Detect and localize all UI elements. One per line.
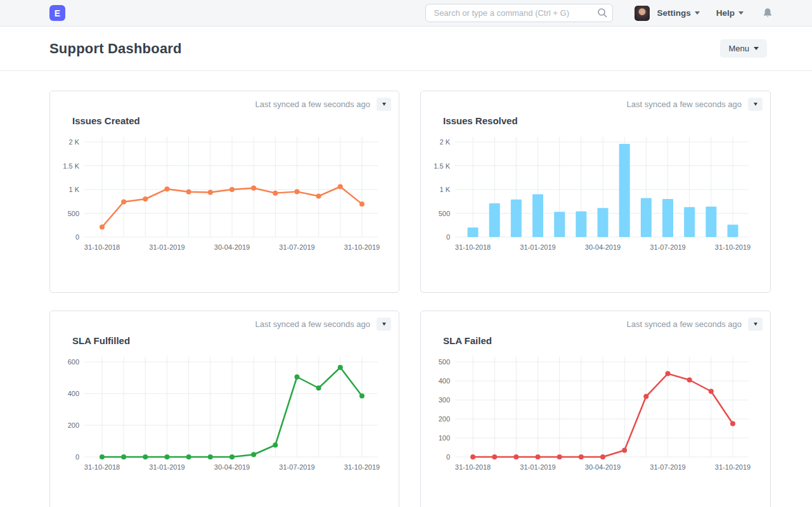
svg-text:31-01-2019: 31-01-2019 (149, 243, 184, 251)
svg-text:31-01-2019: 31-01-2019 (520, 463, 555, 471)
svg-text:30-04-2019: 30-04-2019 (214, 243, 250, 251)
svg-text:31-07-2019: 31-07-2019 (279, 463, 314, 471)
chevron-down-icon (754, 103, 757, 106)
sync-row: Last synced a few seconds ago (255, 98, 391, 111)
search-wrap (425, 4, 613, 22)
svg-text:0: 0 (75, 233, 79, 241)
svg-text:0: 0 (75, 453, 79, 461)
svg-text:500: 500 (439, 210, 450, 217)
sync-row: Last synced a few seconds ago (627, 318, 763, 331)
chart-actions-button[interactable] (748, 318, 763, 331)
svg-text:30-04-2019: 30-04-2019 (214, 463, 250, 471)
svg-text:31-07-2019: 31-07-2019 (650, 463, 685, 471)
last-synced-label: Last synced a few seconds ago (255, 99, 370, 109)
search-icon[interactable] (597, 8, 607, 18)
svg-text:1 K: 1 K (439, 186, 450, 193)
chevron-down-icon (738, 11, 744, 15)
svg-text:100: 100 (439, 434, 450, 442)
svg-text:500: 500 (68, 210, 79, 217)
svg-text:1.5 K: 1.5 K (63, 162, 79, 170)
last-synced-label: Last synced a few seconds ago (627, 99, 742, 109)
issues-created-chart: 05001 K1.5 K2 K31-10-201831-01-201930-04… (50, 133, 392, 260)
sync-row: Last synced a few seconds ago (627, 98, 763, 111)
card-issues-resolved: Last synced a few seconds ago Issues Res… (420, 91, 771, 293)
svg-text:31-10-2019: 31-10-2019 (344, 463, 380, 471)
last-synced-label: Last synced a few seconds ago (255, 319, 370, 329)
svg-text:1 K: 1 K (68, 186, 79, 193)
svg-text:31-01-2019: 31-01-2019 (520, 243, 555, 251)
svg-text:31-07-2019: 31-07-2019 (279, 243, 314, 251)
svg-text:2 K: 2 K (68, 138, 79, 146)
svg-text:31-01-2019: 31-01-2019 (149, 463, 184, 471)
dashboard-main: Last synced a few seconds ago Issues Cre… (0, 71, 812, 507)
navbar: E Settings Help (0, 0, 812, 27)
sla-failed-chart: 010020030040050031-10-201831-01-201930-0… (421, 353, 763, 480)
menu-button-label: Menu (728, 44, 749, 53)
chart-title: Issues Created (72, 115, 140, 126)
svg-text:31-10-2018: 31-10-2018 (455, 463, 491, 471)
user-avatar[interactable] (635, 6, 650, 21)
svg-text:31-10-2019: 31-10-2019 (715, 463, 751, 471)
settings-label: Settings (657, 8, 690, 18)
svg-text:200: 200 (68, 421, 79, 429)
chevron-down-icon (754, 323, 757, 326)
card-sla-fulfilled: Last synced a few seconds ago SLA Fulfil… (49, 311, 399, 507)
svg-text:300: 300 (439, 396, 450, 404)
svg-text:0: 0 (446, 233, 450, 241)
chevron-down-icon (382, 323, 386, 326)
svg-text:30-04-2019: 30-04-2019 (585, 243, 621, 251)
svg-text:0: 0 (446, 453, 450, 461)
app-logo[interactable]: E (49, 5, 65, 21)
svg-text:31-10-2018: 31-10-2018 (84, 243, 120, 251)
navbar-right: Settings Help (425, 4, 773, 22)
chart-actions-button[interactable] (377, 98, 391, 111)
chart-title: SLA Failed (443, 335, 492, 346)
card-sla-failed: Last synced a few seconds ago SLA Failed… (420, 311, 771, 507)
chart-actions-button[interactable] (377, 318, 391, 331)
last-synced-label: Last synced a few seconds ago (627, 319, 742, 329)
chart-actions-button[interactable] (748, 98, 763, 111)
svg-text:1.5 K: 1.5 K (434, 162, 450, 170)
sync-row: Last synced a few seconds ago (255, 318, 391, 331)
page-title: Support Dashboard (49, 41, 182, 57)
svg-text:31-10-2018: 31-10-2018 (455, 243, 491, 251)
chart-title: Issues Resolved (443, 115, 518, 126)
chart-title: SLA Fulfilled (72, 335, 130, 346)
help-menu[interactable]: Help (716, 8, 744, 18)
svg-text:31-10-2018: 31-10-2018 (84, 463, 120, 471)
svg-text:31-10-2019: 31-10-2019 (715, 243, 751, 251)
card-issues-created: Last synced a few seconds ago Issues Cre… (49, 91, 399, 293)
svg-text:200: 200 (439, 415, 450, 423)
chevron-down-icon (754, 47, 759, 50)
dashboard-grid: Last synced a few seconds ago Issues Cre… (49, 91, 771, 507)
settings-menu[interactable]: Settings (657, 8, 699, 18)
svg-text:2 K: 2 K (439, 138, 450, 146)
search-input[interactable] (425, 4, 613, 22)
chevron-down-icon (382, 103, 386, 106)
svg-text:400: 400 (68, 390, 79, 397)
svg-text:31-10-2019: 31-10-2019 (344, 243, 380, 251)
chevron-down-icon (695, 11, 700, 15)
page-head: Support Dashboard Menu (0, 27, 812, 71)
issues-resolved-chart: 05001 K1.5 K2 K31-10-201831-01-201930-04… (421, 133, 763, 260)
svg-text:600: 600 (68, 358, 79, 366)
help-label: Help (716, 8, 735, 18)
svg-text:400: 400 (439, 377, 450, 385)
svg-text:500: 500 (439, 358, 450, 366)
sla-fulfilled-chart: 020040060031-10-201831-01-201930-04-2019… (50, 353, 392, 480)
svg-text:31-07-2019: 31-07-2019 (650, 243, 685, 251)
menu-button[interactable]: Menu (720, 39, 767, 58)
svg-text:30-04-2019: 30-04-2019 (585, 463, 621, 471)
notifications-bell-icon[interactable] (763, 8, 773, 18)
